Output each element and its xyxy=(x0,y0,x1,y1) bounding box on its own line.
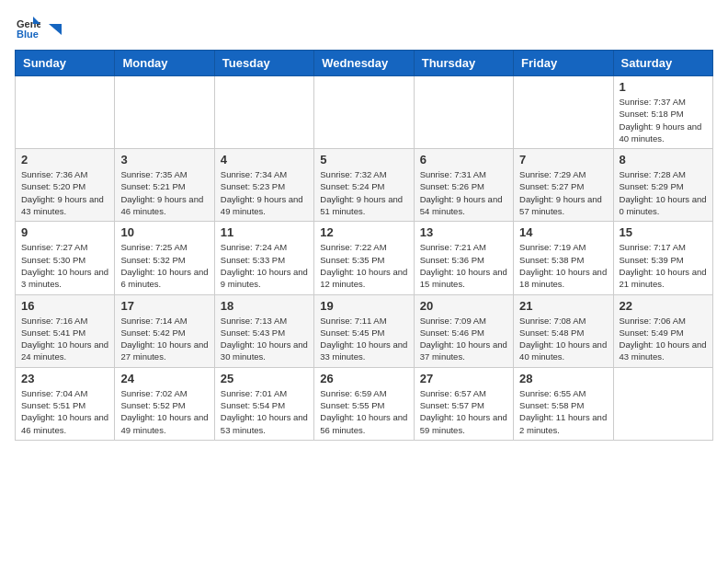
day-info: Sunrise: 6:55 AM Sunset: 5:58 PM Dayligh… xyxy=(519,387,607,436)
calendar-cell: 1Sunrise: 7:37 AM Sunset: 5:18 PM Daylig… xyxy=(613,76,712,149)
day-number: 4 xyxy=(221,153,308,167)
day-number: 1 xyxy=(620,80,707,94)
day-info: Sunrise: 7:19 AM Sunset: 5:38 PM Dayligh… xyxy=(519,241,607,290)
calendar-cell: 22Sunrise: 7:06 AM Sunset: 5:49 PM Dayli… xyxy=(613,294,712,367)
day-number: 12 xyxy=(320,225,407,239)
day-number: 2 xyxy=(21,153,108,167)
day-info: Sunrise: 7:09 AM Sunset: 5:46 PM Dayligh… xyxy=(420,315,507,363)
day-number: 11 xyxy=(221,225,308,239)
calendar-cell: 11Sunrise: 7:24 AM Sunset: 5:33 PM Dayli… xyxy=(214,222,313,294)
day-info: Sunrise: 6:59 AM Sunset: 5:55 PM Dayligh… xyxy=(320,387,407,436)
calendar-cell: 23Sunrise: 7:04 AM Sunset: 5:51 PM Dayli… xyxy=(16,367,115,440)
day-info: Sunrise: 7:27 AM Sunset: 5:30 PM Dayligh… xyxy=(21,241,108,290)
calendar-cell xyxy=(115,76,214,149)
calendar-week-2: 2Sunrise: 7:36 AM Sunset: 5:20 PM Daylig… xyxy=(16,149,713,222)
calendar-table: SundayMondayTuesdayWednesdayThursdayFrid… xyxy=(15,50,713,441)
calendar-cell: 19Sunrise: 7:11 AM Sunset: 5:45 PM Dayli… xyxy=(314,294,414,367)
calendar-cell: 5Sunrise: 7:32 AM Sunset: 5:24 PM Daylig… xyxy=(314,149,414,222)
calendar-cell xyxy=(314,76,414,149)
calendar-cell: 13Sunrise: 7:21 AM Sunset: 5:36 PM Dayli… xyxy=(414,222,513,294)
calendar-header-row: SundayMondayTuesdayWednesdayThursdayFrid… xyxy=(16,51,713,76)
column-header-wednesday: Wednesday xyxy=(314,51,414,76)
day-info: Sunrise: 7:28 AM Sunset: 5:29 PM Dayligh… xyxy=(620,168,707,217)
day-info: Sunrise: 7:21 AM Sunset: 5:36 PM Dayligh… xyxy=(420,241,507,290)
calendar-week-1: 1Sunrise: 7:37 AM Sunset: 5:18 PM Daylig… xyxy=(16,76,713,149)
day-info: Sunrise: 7:35 AM Sunset: 5:21 PM Dayligh… xyxy=(120,168,208,217)
day-number: 13 xyxy=(420,225,507,239)
day-info: Sunrise: 7:06 AM Sunset: 5:49 PM Dayligh… xyxy=(620,315,707,363)
calendar-cell: 6Sunrise: 7:31 AM Sunset: 5:26 PM Daylig… xyxy=(414,149,513,222)
day-number: 3 xyxy=(120,153,208,167)
calendar-cell xyxy=(613,367,712,440)
day-number: 19 xyxy=(320,299,407,313)
column-header-friday: Friday xyxy=(514,51,613,76)
day-number: 7 xyxy=(519,153,607,167)
calendar-cell: 8Sunrise: 7:28 AM Sunset: 5:29 PM Daylig… xyxy=(613,149,712,222)
calendar-cell: 18Sunrise: 7:13 AM Sunset: 5:43 PM Dayli… xyxy=(214,294,313,367)
calendar-cell: 7Sunrise: 7:29 AM Sunset: 5:27 PM Daylig… xyxy=(514,149,613,222)
calendar-cell: 28Sunrise: 6:55 AM Sunset: 5:58 PM Dayli… xyxy=(514,367,613,440)
day-number: 10 xyxy=(120,225,208,239)
day-info: Sunrise: 7:01 AM Sunset: 5:54 PM Dayligh… xyxy=(221,387,308,436)
day-info: Sunrise: 7:11 AM Sunset: 5:45 PM Dayligh… xyxy=(320,315,407,363)
page-header: General Blue xyxy=(15,15,713,40)
calendar-week-5: 23Sunrise: 7:04 AM Sunset: 5:51 PM Dayli… xyxy=(16,367,713,440)
day-number: 8 xyxy=(620,153,707,167)
svg-text:Blue: Blue xyxy=(17,29,39,40)
calendar-cell: 14Sunrise: 7:19 AM Sunset: 5:38 PM Dayli… xyxy=(514,222,613,294)
day-info: Sunrise: 7:37 AM Sunset: 5:18 PM Dayligh… xyxy=(620,96,707,144)
calendar-cell: 26Sunrise: 6:59 AM Sunset: 5:55 PM Dayli… xyxy=(314,367,414,440)
calendar-cell: 16Sunrise: 7:16 AM Sunset: 5:41 PM Dayli… xyxy=(16,294,115,367)
day-number: 16 xyxy=(21,299,108,313)
day-number: 21 xyxy=(519,299,607,313)
calendar-cell: 17Sunrise: 7:14 AM Sunset: 5:42 PM Dayli… xyxy=(115,294,214,367)
calendar-cell xyxy=(414,76,513,149)
logo-icon: General Blue xyxy=(15,15,40,40)
calendar-cell xyxy=(16,76,115,149)
logo-triangle-icon xyxy=(45,22,62,39)
calendar-cell: 21Sunrise: 7:08 AM Sunset: 5:48 PM Dayli… xyxy=(514,294,613,367)
calendar-week-3: 9Sunrise: 7:27 AM Sunset: 5:30 PM Daylig… xyxy=(16,222,713,294)
day-number: 22 xyxy=(620,299,707,313)
svg-marker-3 xyxy=(49,24,62,35)
day-info: Sunrise: 7:29 AM Sunset: 5:27 PM Dayligh… xyxy=(519,168,607,217)
day-info: Sunrise: 7:34 AM Sunset: 5:23 PM Dayligh… xyxy=(221,168,308,217)
day-info: Sunrise: 7:16 AM Sunset: 5:41 PM Dayligh… xyxy=(21,315,108,363)
day-info: Sunrise: 7:17 AM Sunset: 5:39 PM Dayligh… xyxy=(620,241,707,290)
calendar-cell xyxy=(214,76,313,149)
day-number: 15 xyxy=(620,225,707,239)
day-info: Sunrise: 7:13 AM Sunset: 5:43 PM Dayligh… xyxy=(221,315,308,363)
day-number: 18 xyxy=(221,299,308,313)
calendar-cell: 2Sunrise: 7:36 AM Sunset: 5:20 PM Daylig… xyxy=(16,149,115,222)
day-number: 27 xyxy=(420,372,507,385)
day-info: Sunrise: 7:25 AM Sunset: 5:32 PM Dayligh… xyxy=(120,241,208,290)
calendar-cell: 27Sunrise: 6:57 AM Sunset: 5:57 PM Dayli… xyxy=(414,367,513,440)
day-number: 24 xyxy=(120,372,208,385)
column-header-thursday: Thursday xyxy=(414,51,513,76)
calendar-cell: 9Sunrise: 7:27 AM Sunset: 5:30 PM Daylig… xyxy=(16,222,115,294)
calendar-cell: 24Sunrise: 7:02 AM Sunset: 5:52 PM Dayli… xyxy=(115,367,214,440)
day-number: 26 xyxy=(320,372,407,385)
calendar-cell: 20Sunrise: 7:09 AM Sunset: 5:46 PM Dayli… xyxy=(414,294,513,367)
day-info: Sunrise: 6:57 AM Sunset: 5:57 PM Dayligh… xyxy=(420,387,507,436)
logo: General Blue xyxy=(15,15,63,40)
column-header-monday: Monday xyxy=(115,51,214,76)
day-info: Sunrise: 7:08 AM Sunset: 5:48 PM Dayligh… xyxy=(519,315,607,363)
column-header-saturday: Saturday xyxy=(613,51,712,76)
day-number: 25 xyxy=(221,372,308,385)
column-header-sunday: Sunday xyxy=(16,51,115,76)
day-info: Sunrise: 7:36 AM Sunset: 5:20 PM Dayligh… xyxy=(21,168,108,217)
day-info: Sunrise: 7:32 AM Sunset: 5:24 PM Dayligh… xyxy=(320,168,407,217)
day-number: 14 xyxy=(519,225,607,239)
day-number: 20 xyxy=(420,299,507,313)
day-number: 5 xyxy=(320,153,407,167)
calendar-cell: 15Sunrise: 7:17 AM Sunset: 5:39 PM Dayli… xyxy=(613,222,712,294)
day-info: Sunrise: 7:22 AM Sunset: 5:35 PM Dayligh… xyxy=(320,241,407,290)
calendar-cell: 12Sunrise: 7:22 AM Sunset: 5:35 PM Dayli… xyxy=(314,222,414,294)
calendar-week-4: 16Sunrise: 7:16 AM Sunset: 5:41 PM Dayli… xyxy=(16,294,713,367)
day-number: 17 xyxy=(120,299,208,313)
day-number: 28 xyxy=(519,372,607,385)
day-number: 23 xyxy=(21,372,108,385)
day-info: Sunrise: 7:02 AM Sunset: 5:52 PM Dayligh… xyxy=(120,387,208,436)
day-number: 9 xyxy=(21,225,108,239)
